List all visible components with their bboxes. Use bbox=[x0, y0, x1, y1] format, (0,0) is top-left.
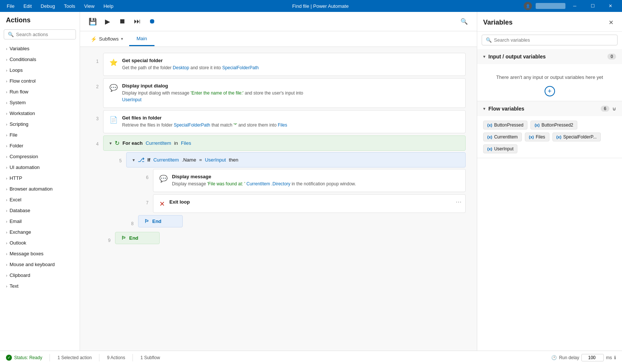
sidebar-item-system[interactable]: ›System bbox=[0, 97, 80, 108]
menu-edit[interactable]: Edit bbox=[20, 2, 35, 10]
sidebar-item-workstation[interactable]: ›Workstation bbox=[0, 108, 80, 119]
step-content-exit: Exit loop bbox=[169, 199, 459, 206]
sidebar-item-mouse-keyboard[interactable]: ›Mouse and keyboard bbox=[0, 259, 80, 270]
flow-vars-header[interactable]: ▾ Flow variables 6 ⊎ bbox=[477, 101, 622, 116]
var-chip-label-0: ButtonPressed bbox=[494, 122, 523, 128]
run-button[interactable]: ▶ bbox=[101, 15, 114, 28]
sidebar-item-message-boxes[interactable]: ›Message boxes bbox=[0, 248, 80, 259]
foreach-header[interactable]: ▾ ↻ For each CurrentItem in Files bbox=[103, 135, 466, 151]
sidebar-item-variables[interactable]: ›Variables bbox=[0, 43, 80, 54]
get-files-icon: 📄 bbox=[109, 116, 118, 124]
add-variable-button[interactable]: + bbox=[545, 86, 555, 96]
filter-icon[interactable]: ⊎ bbox=[612, 106, 616, 112]
sidebar-item-compression[interactable]: ›Compression bbox=[0, 151, 80, 162]
minimize-button[interactable]: ─ bbox=[566, 0, 583, 12]
search-variables-box[interactable]: 🔍 bbox=[482, 35, 618, 45]
sidebar-item-run-flow[interactable]: ›Run flow bbox=[0, 86, 80, 97]
maximize-button[interactable]: ☐ bbox=[584, 0, 601, 12]
window-title: Find file | Power Automate bbox=[117, 3, 524, 9]
menu-debug[interactable]: Debug bbox=[37, 2, 58, 10]
step-card-get-files[interactable]: 📄 Get files in folder Retrieve the files… bbox=[103, 110, 466, 133]
step-card-exit-loop[interactable]: ✕ Exit loop ⋯ bbox=[153, 194, 466, 213]
step-number-3: 3 bbox=[91, 110, 99, 121]
window-controls[interactable]: 👤 ─ ☐ ✕ bbox=[524, 0, 619, 12]
sidebar-item-folder[interactable]: ›Folder bbox=[0, 140, 80, 151]
input-output-header[interactable]: ▾ Input / output variables 0 bbox=[477, 49, 622, 64]
flow-step-end-for: 9 🏳 End bbox=[103, 232, 466, 244]
subflows-label: Subflows bbox=[99, 36, 119, 42]
var-chip-buttonpressed2[interactable]: (x) ButtonPressed2 bbox=[530, 121, 577, 130]
flow-step-foreach: 4 ▾ ↻ For each CurrentItem in Files bbox=[91, 135, 466, 246]
end-if-block[interactable]: 🏳 End bbox=[138, 215, 183, 227]
run-delay-input[interactable] bbox=[581, 354, 604, 361]
subflows-button[interactable]: ⚡ Subflows ▾ bbox=[86, 33, 128, 45]
sidebar-item-flow-control[interactable]: ›Flow control bbox=[0, 76, 80, 86]
foreach-collapse-icon[interactable]: ▾ bbox=[109, 141, 112, 146]
flag-if-icon: 🏳 bbox=[144, 218, 149, 224]
search-actions-box[interactable]: 🔍 bbox=[4, 29, 76, 39]
step-desc-2: Display input dialog with message 'Enter… bbox=[122, 90, 459, 103]
sidebar-item-text[interactable]: ›Text bbox=[0, 281, 80, 291]
foreach-icon: ↻ bbox=[115, 140, 119, 147]
flow-vars-section: ▾ Flow variables 6 ⊎ (x) ButtonPressed (… bbox=[477, 101, 622, 158]
var-chip-label-3: Files bbox=[536, 134, 545, 140]
variables-close-button[interactable]: ✕ bbox=[606, 17, 616, 28]
variables-title: Variables bbox=[483, 19, 513, 26]
menu-tools[interactable]: Tools bbox=[60, 2, 79, 10]
flag-for-icon: 🏳 bbox=[121, 235, 126, 241]
sidebar-item-loops[interactable]: ›Loops bbox=[0, 65, 80, 76]
if-container: ▾ ⎇ If CurrentItem .Name = UserInput the… bbox=[126, 152, 466, 230]
sidebar-item-scripting[interactable]: ›Scripting bbox=[0, 119, 80, 130]
menu-file[interactable]: File bbox=[3, 2, 18, 10]
var-chip-files[interactable]: (x) Files bbox=[525, 132, 549, 141]
end-for-block[interactable]: 🏳 End bbox=[115, 232, 160, 244]
menu-view[interactable]: View bbox=[80, 2, 98, 10]
step-card-display-msg[interactable]: 💬 Display message Display message 'File … bbox=[153, 169, 466, 192]
sidebar-item-excel[interactable]: ›Excel bbox=[0, 194, 80, 205]
stop-button[interactable]: ⏹ bbox=[116, 15, 129, 28]
tab-main[interactable]: Main bbox=[129, 32, 154, 46]
canvas-area: 💾 ▶ ⏹ ⏭ ⏺ 🔍 ⚡ Subflows ▾ Main 1 ⭐ bbox=[80, 12, 477, 351]
sidebar-item-ui-automation[interactable]: ›UI automation bbox=[0, 162, 80, 173]
flow-step-display-msg: 6 💬 Display message Display message bbox=[141, 169, 466, 192]
step-title-1: Get special folder bbox=[122, 58, 459, 63]
search-actions-input[interactable] bbox=[16, 32, 79, 37]
close-button[interactable]: ✕ bbox=[602, 0, 619, 12]
sidebar-item-clipboard[interactable]: ›Clipboard bbox=[0, 270, 80, 281]
next-button[interactable]: ⏭ bbox=[131, 15, 144, 28]
record-button[interactable]: ⏺ bbox=[146, 15, 159, 28]
menu-bar[interactable]: File Edit Debug Tools View Help bbox=[3, 2, 117, 10]
sidebar-item-database[interactable]: ›Database bbox=[0, 205, 80, 216]
step-card-get-special-folder[interactable]: ⭐ Get special folder Get the path of the… bbox=[103, 53, 466, 76]
input-output-collapse-icon: ▾ bbox=[483, 54, 485, 59]
sidebar-item-file[interactable]: ›File bbox=[0, 130, 80, 140]
if-then: then bbox=[229, 157, 238, 163]
flow-canvas[interactable]: 1 ⭐ Get special folder Get the path of t… bbox=[80, 47, 477, 351]
step-card-display-input[interactable]: 💬 Display input dialog Display input dia… bbox=[103, 78, 466, 108]
var-chip-buttonpressed[interactable]: (x) ButtonPressed bbox=[483, 121, 527, 130]
var-chip-userinput[interactable]: (x) UserInput bbox=[483, 144, 517, 153]
var-chip-icon-2: (x) bbox=[487, 135, 492, 139]
var-chip-currentitem[interactable]: (x) CurrentItem bbox=[483, 132, 522, 141]
menu-help[interactable]: Help bbox=[100, 2, 117, 10]
if-op: = bbox=[199, 157, 202, 163]
save-button[interactable]: 💾 bbox=[86, 15, 99, 28]
sidebar-item-browser-automation[interactable]: ›Browser automation bbox=[0, 183, 80, 194]
more-options-icon[interactable]: ⋯ bbox=[456, 198, 462, 205]
step-content-3: Get files in folder Retrieve the files i… bbox=[122, 115, 459, 128]
sidebar-item-conditionals[interactable]: ›Conditionals bbox=[0, 54, 80, 65]
sidebar-item-outlook[interactable]: ›Outlook bbox=[0, 237, 80, 248]
step-desc-3: Retrieve the files in folder SpecialFold… bbox=[122, 122, 459, 128]
var-chip-specialfolderpath[interactable]: (x) SpecialFolderP... bbox=[552, 132, 601, 141]
sidebar-item-email[interactable]: ›Email bbox=[0, 216, 80, 227]
if-header[interactable]: ▾ ⎇ If CurrentItem .Name = UserInput the… bbox=[126, 152, 466, 167]
sidebar-item-http[interactable]: ›HTTP bbox=[0, 173, 80, 183]
exit-loop-icon: ✕ bbox=[159, 200, 165, 208]
foreach-body: 5 ▾ ⎇ If CurrentItem .Name = UserInput bbox=[114, 152, 466, 230]
flow-step-exit-loop: 7 ✕ Exit loop ⋯ bbox=[141, 194, 466, 213]
canvas-search-button[interactable]: 🔍 bbox=[457, 15, 471, 28]
search-variables-input[interactable] bbox=[494, 37, 613, 43]
sidebar-item-exchange[interactable]: ›Exchange bbox=[0, 227, 80, 237]
flow-vars-collapse-icon: ▾ bbox=[483, 106, 485, 111]
if-collapse-icon[interactable]: ▾ bbox=[133, 157, 135, 163]
